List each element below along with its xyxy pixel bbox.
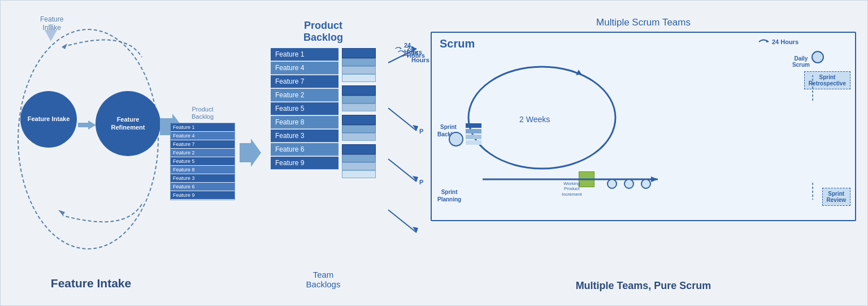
svg-marker-5 (240, 139, 261, 167)
arrow-to-big-backlog (240, 137, 261, 169)
section-product-backlog: ProductBacklog Feature 1 Feature 4 Featu… (261, 18, 385, 289)
list-item: Feature 1 (171, 123, 235, 132)
sprint-review-box: SprintReview (822, 188, 850, 206)
multiple-scrum-teams-title: Multiple Scrum Teams (431, 15, 856, 28)
list-item: Feature 3 (271, 130, 338, 143)
sprint-planning-label: SprintPlanning (437, 188, 461, 203)
flow-circle-1 (607, 179, 617, 189)
list-item: Feature 7 (171, 140, 235, 149)
sprint-retro-box: SprintRetrospective (804, 71, 850, 89)
list-item: Feature 1 (271, 48, 338, 61)
list-item: Feature 6 (271, 143, 338, 156)
team-backlogs-title: TeamBacklogs (306, 265, 341, 289)
main-container: Feature Intake Feature Intake (0, 0, 868, 306)
daily-scrum-label: DailyScrum (792, 55, 810, 68)
scrum-cards-area: 24 Hours 24 Hours 24 Hours Scrum (431, 32, 856, 277)
section-backlog-list: ProductBacklog Feature 1 Feature 4 Featu… (170, 106, 235, 200)
svg-line-12 (388, 210, 416, 232)
list-item: Feature 9 (171, 191, 235, 200)
list-item: Feature 6 (171, 183, 235, 191)
sprint-backlog-circle (449, 132, 463, 146)
list-item: Feature 7 (271, 75, 338, 88)
backlog-block (342, 48, 376, 82)
small-backlog-list: Feature 1 Feature 4 Feature 7 Feature 2 … (170, 123, 235, 200)
list-item: Feature 5 (171, 157, 235, 166)
circle-feature-refinement: FeatureRefinement (96, 91, 160, 156)
backlog-block (342, 115, 376, 141)
daily-scrum-circle (811, 51, 824, 63)
circle-feature-intake: Feature Intake (20, 91, 77, 148)
svg-marker-23 (651, 176, 658, 182)
scrum-title-label: Scrum (440, 37, 475, 50)
list-item: Feature 4 (271, 62, 338, 75)
section-scrum-teams: Multiple Scrum Teams 24 Hours 24 Hours (431, 15, 856, 292)
hours-24-back1: 24 Hours (394, 42, 424, 55)
svg-marker-1 (62, 44, 67, 49)
inter-circle-arrow (78, 119, 96, 131)
list-item: Feature 2 (171, 149, 235, 157)
small-backlog-title: ProductBacklog (170, 106, 235, 120)
backlog-content: Feature 1 Feature 4 Feature 7 Feature 2 … (271, 48, 376, 178)
backlog-block (342, 144, 376, 178)
feature-list: Feature 1 Feature 4 Feature 7 Feature 2 … (271, 48, 338, 178)
list-item: Feature 4 (171, 132, 235, 140)
svg-line-8 (388, 108, 416, 131)
list-item: Feature 8 (171, 166, 235, 174)
svg-text:P: P (419, 179, 423, 186)
multiple-teams-title: Multiple Teams, Pure Scrum (431, 280, 856, 292)
product-backlog-title: ProductBacklog (303, 20, 343, 44)
sprint-backlog-blocks (466, 123, 481, 145)
list-item: Feature 5 (271, 102, 338, 115)
list-item: Feature 9 (271, 157, 338, 170)
scrum-card-front: Scrum 24 Hours DailyScrum SprintRetrospe… (431, 32, 856, 221)
flow-circle-3 (641, 179, 651, 189)
list-item: Feature 3 (171, 174, 235, 183)
feature-intake-bottom-title: Feature Intake (51, 277, 131, 290)
flow-circle-2 (624, 179, 634, 189)
svg-marker-3 (78, 120, 96, 130)
hours-24-front: 24 Hours (757, 37, 798, 46)
list-item: Feature 2 (271, 89, 338, 102)
svg-marker-2 (58, 210, 65, 216)
list-item: Feature 8 (271, 116, 338, 129)
svg-line-10 (388, 159, 416, 182)
two-weeks-label: 2 Weeks (519, 115, 550, 124)
backlog-blocks (342, 48, 376, 178)
section-feature-intake: Feature Intake Feature Intake (12, 12, 170, 295)
svg-text:P: P (419, 128, 423, 135)
backlog-block (342, 85, 376, 111)
